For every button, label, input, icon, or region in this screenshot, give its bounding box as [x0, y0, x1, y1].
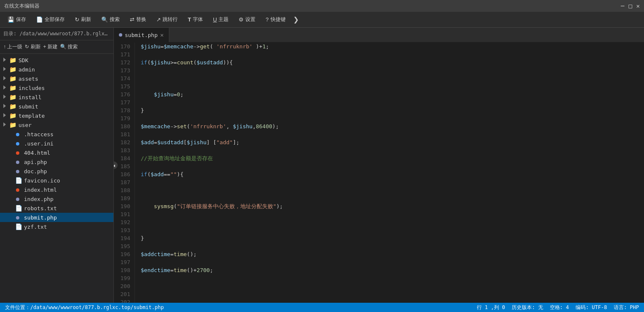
- sidebar-path: 目录: /data/www/wwwroot/877.b.rglxc...: [0, 28, 113, 40]
- row-col-status: 行 1 ,列 0: [477, 304, 505, 311]
- app-title: 在线文本编辑器: [4, 3, 39, 10]
- title-bar: 在线文本编辑器 ─ □ ✕: [0, 0, 644, 12]
- font-button[interactable]: T 字体: [184, 14, 207, 25]
- history-status: 历史版本: 无: [512, 304, 543, 311]
- sidebar-item-assets[interactable]: 📁 assets: [0, 74, 113, 83]
- sidebar-item-submitphp[interactable]: submit.php: [0, 213, 113, 222]
- tab-php-badge: [119, 33, 122, 37]
- sidebar-toolbar: ↑ 上一级 ↻ 刷新 + 新建 🔍 搜索: [0, 40, 113, 54]
- language-status: 语言: PHP: [614, 304, 639, 311]
- window-controls[interactable]: ─ □ ✕: [621, 3, 640, 9]
- main-area: 目录: /data/www/wwwroot/877.b.rglxc... ↑ 上…: [0, 28, 644, 303]
- save-button[interactable]: 💾 保存: [3, 14, 30, 25]
- status-bar-right: 行 1 ,列 0 历史版本: 无 空格: 4 编码: UTF-8 语言: PHP: [477, 304, 639, 311]
- new-button[interactable]: + 新建: [43, 43, 58, 50]
- sidebar-item-template[interactable]: 📁 template: [0, 111, 113, 120]
- sidebar-item-submit[interactable]: 📁 submit: [0, 102, 113, 111]
- refresh-button[interactable]: ↻ 刷新: [71, 14, 95, 25]
- editor-area: ◀ submit.php ✕ 170171172173174 175176177…: [114, 28, 644, 303]
- maximize-button[interactable]: □: [628, 3, 632, 9]
- sidebar-item-docphp[interactable]: doc.php: [0, 167, 113, 176]
- sidebar-item-install[interactable]: 📁 install: [0, 93, 113, 102]
- toolbar: 💾 保存 📄 全部保存 ↻ 刷新 🔍 搜索 ⇄ 替换 ↗ 跳转行 T 字体 U …: [0, 12, 644, 28]
- minimize-button[interactable]: ─: [621, 3, 624, 9]
- sidebar-item-yzf[interactable]: 📄yzf.txt: [0, 222, 113, 231]
- sidebar: 目录: /data/www/wwwroot/877.b.rglxc... ↑ 上…: [0, 28, 114, 303]
- tab-close-button[interactable]: ✕: [160, 32, 163, 38]
- sidebar-item-apiphp[interactable]: api.php: [0, 157, 113, 167]
- shortcuts-button[interactable]: ? 快捷键: [261, 14, 289, 25]
- sidebar-item-indexphp[interactable]: index.php: [0, 194, 113, 204]
- code-content[interactable]: $jishu=$memcache->get( 'nfrruknrb' )+1; …: [135, 42, 644, 303]
- tab-label: submit.php: [125, 32, 158, 38]
- sidebar-item-admin[interactable]: 📁 admin: [0, 65, 113, 74]
- sidebar-item-user-ini[interactable]: .user.ini: [0, 139, 113, 148]
- sidebar-item-includes[interactable]: 📁 includes: [0, 83, 113, 93]
- code-editor[interactable]: 170171172173174 175176177178179 18018118…: [114, 42, 644, 303]
- up-button[interactable]: ↑ 上一级: [3, 43, 22, 50]
- sidebar-item-SDK[interactable]: 📁 SDK: [0, 56, 113, 65]
- sidebar-tree: 📁 SDK 📁 admin 📁 assets 📁 includes 📁 inst…: [0, 54, 113, 303]
- refresh-tree-button[interactable]: ↻ 刷新: [25, 43, 40, 50]
- sidebar-item-robots[interactable]: 📄robots.txt: [0, 204, 113, 213]
- sidebar-item-404html[interactable]: 404.html: [0, 148, 113, 157]
- encoding-status: 编码: UTF-8: [576, 304, 607, 311]
- sidebar-item-user[interactable]: 📁 user: [0, 120, 113, 130]
- search-button[interactable]: 🔍 搜索: [97, 14, 124, 25]
- settings-button[interactable]: ⚙ 设置: [234, 14, 260, 25]
- toolbar-chevron[interactable]: ❯: [293, 16, 299, 24]
- indent-status: 空格: 4: [550, 304, 569, 311]
- file-path-status: 文件位置：/data/www/wwwroot/877.b.rglxc.top/s…: [5, 304, 468, 311]
- sidebar-item-indexhtml[interactable]: index.html: [0, 185, 113, 194]
- sidebar-item-favicon[interactable]: 📄favicon.ico: [0, 176, 113, 185]
- status-bar: 文件位置：/data/www/wwwroot/877.b.rglxc.top/s…: [0, 303, 644, 312]
- search-tree-button[interactable]: 🔍 搜索: [60, 43, 78, 50]
- theme-button[interactable]: U 主题: [209, 14, 233, 25]
- goto-button[interactable]: ↗ 跳转行: [152, 14, 182, 25]
- tab-bar: submit.php ✕: [114, 28, 644, 42]
- replace-button[interactable]: ⇄ 替换: [126, 14, 150, 25]
- tab-submitphp[interactable]: submit.php ✕: [114, 28, 169, 42]
- save-all-button[interactable]: 📄 全部保存: [32, 14, 69, 25]
- close-window-button[interactable]: ✕: [636, 3, 640, 9]
- line-numbers: 170171172173174 175176177178179 18018118…: [114, 42, 135, 303]
- sidebar-item-htaccess[interactable]: .htaccess: [0, 130, 113, 139]
